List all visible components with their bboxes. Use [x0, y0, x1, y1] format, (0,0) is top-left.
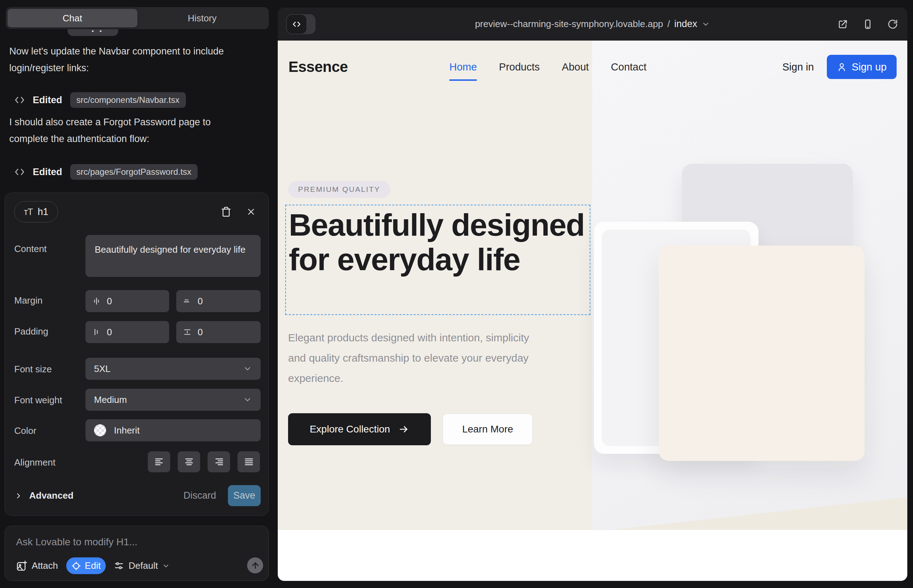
sign-in-link[interactable]: Sign in: [782, 61, 814, 73]
color-select[interactable]: Inherit: [86, 419, 261, 441]
align-justify-icon: [244, 457, 254, 467]
margin-vertical-icon: [183, 297, 192, 306]
hero-section: Essence Home Products About Contact Sign…: [278, 40, 907, 530]
code-icon: [14, 166, 25, 177]
align-left-button[interactable]: [148, 451, 170, 472]
advanced-label: Advanced: [29, 490, 73, 501]
sliders-icon: [113, 561, 124, 571]
align-center-button[interactable]: [178, 451, 200, 472]
selected-element-pill[interactable]: тT h1: [14, 201, 58, 223]
arrow-up-icon: [251, 561, 260, 570]
font-size-select[interactable]: 5XL: [86, 358, 261, 380]
assistant-message: Now let's update the Navbar component to…: [9, 43, 237, 76]
align-justify-button[interactable]: [238, 451, 260, 472]
composer-input[interactable]: [16, 534, 251, 550]
mobile-view-button[interactable]: [863, 19, 873, 29]
code-preview-toggle[interactable]: [286, 14, 316, 34]
url-bar[interactable]: preview--charming-site-symphony.lovable.…: [475, 8, 710, 40]
margin-horizontal-icon: [92, 297, 101, 306]
color-swatch: [94, 424, 106, 436]
margin-horizontal-input[interactable]: 0: [86, 290, 169, 312]
refresh-button[interactable]: [887, 19, 898, 29]
padding-horizontal-input[interactable]: 0: [86, 321, 169, 343]
padding-field-label: Padding: [14, 326, 48, 337]
open-external-button[interactable]: [837, 19, 848, 29]
refresh-icon: [887, 19, 898, 29]
padding-vertical-icon: [183, 328, 192, 337]
nav-link-home[interactable]: Home: [449, 61, 477, 73]
font-weight-select[interactable]: Medium: [86, 389, 261, 411]
padding-vertical-input[interactable]: 0: [176, 321, 261, 343]
advanced-toggle[interactable]: Advanced: [14, 485, 73, 506]
nav-link-contact[interactable]: Contact: [611, 61, 647, 73]
align-right-button[interactable]: [207, 451, 230, 472]
align-left-icon: [154, 457, 165, 467]
mode-selector[interactable]: Default: [113, 557, 170, 574]
selection-outline[interactable]: Beautifully designed for everyday life: [285, 205, 590, 315]
chat-history-tabbar: Chat History: [6, 7, 269, 29]
edit-mode-button[interactable]: Edit: [66, 557, 106, 574]
user-icon: [837, 62, 847, 72]
external-link-icon: [837, 19, 848, 29]
site-nav-links: Home Products About Contact: [449, 40, 647, 93]
padding-vertical-value: 0: [197, 327, 202, 338]
content-input[interactable]: Beautifully designed for everyday life: [86, 235, 261, 277]
active-link-underline: [449, 79, 477, 81]
explore-collection-button[interactable]: Explore Collection: [288, 413, 431, 445]
color-label: Color: [14, 425, 36, 436]
code-icon: [14, 95, 25, 105]
premium-badge: PREMIUM QUALITY: [288, 181, 390, 198]
margin-vertical-input[interactable]: 0: [176, 290, 261, 312]
sign-up-label: Sign up: [852, 61, 887, 73]
preview-url: preview--charming-site-symphony.lovable.…: [475, 18, 663, 29]
edited-file-row[interactable]: Edited src/components/Navbar.tsx: [14, 92, 186, 108]
site-auth-actions: Sign in Sign up: [782, 40, 897, 93]
preview-page: index: [674, 18, 698, 29]
code-view-segment[interactable]: [286, 14, 307, 34]
clipped-chip-dot: [92, 30, 94, 32]
file-chip[interactable]: src/pages/ForgotPassword.tsx: [70, 164, 198, 180]
send-button[interactable]: [247, 557, 263, 573]
hero-cta-row: Explore Collection Learn More: [288, 413, 533, 445]
site-logo[interactable]: Essence: [288, 40, 348, 93]
padding-horizontal-value: 0: [107, 327, 112, 338]
chevron-down-icon: [162, 562, 170, 570]
lovable-workspace: Chat History Now let's update the Navbar…: [0, 0, 913, 588]
clipped-chip-dot: [100, 30, 102, 32]
hero-heading[interactable]: Beautifully designed for everyday life: [289, 207, 588, 276]
color-value: Inherit: [114, 425, 139, 436]
close-icon: [246, 207, 256, 217]
chevron-down-icon: [243, 364, 252, 373]
learn-more-button[interactable]: Learn More: [443, 414, 533, 445]
chevron-down-icon: [243, 395, 252, 404]
explore-collection-label: Explore Collection: [310, 423, 390, 435]
site-navbar: Essence Home Products About Contact Sign…: [278, 40, 907, 93]
tab-history[interactable]: History: [138, 9, 267, 27]
nav-link-label: Home: [449, 61, 477, 73]
smartphone-icon: [863, 19, 873, 29]
close-editor-button[interactable]: [245, 206, 257, 218]
chat-composer: Attach Edit Default: [5, 526, 269, 581]
nav-link-products[interactable]: Products: [499, 61, 539, 73]
file-chip[interactable]: src/components/Navbar.tsx: [70, 92, 186, 108]
code-icon: [291, 19, 302, 29]
url-separator: /: [667, 18, 670, 29]
delete-element-button[interactable]: [220, 206, 232, 218]
margin-horizontal-value: 0: [107, 296, 112, 307]
nav-link-about[interactable]: About: [562, 61, 589, 73]
font-size-value: 5XL: [94, 363, 110, 375]
tab-chat[interactable]: Chat: [8, 9, 138, 27]
margin-vertical-value: 0: [197, 296, 202, 307]
save-button[interactable]: Save: [228, 485, 261, 506]
edited-file-row[interactable]: Edited src/pages/ForgotPassword.tsx: [14, 164, 197, 180]
font-weight-value: Medium: [94, 394, 127, 405]
discard-button[interactable]: Discard: [185, 485, 215, 506]
attach-label: Attach: [32, 560, 58, 571]
edited-label: Edited: [33, 166, 62, 178]
sign-up-button[interactable]: Sign up: [827, 55, 897, 79]
content-field-label: Content: [14, 244, 47, 255]
attach-button[interactable]: Attach: [16, 557, 58, 574]
alignment-label: Alignment: [14, 457, 55, 468]
padding-horizontal-icon: [92, 328, 101, 337]
font-size-label: Font size: [14, 364, 52, 375]
